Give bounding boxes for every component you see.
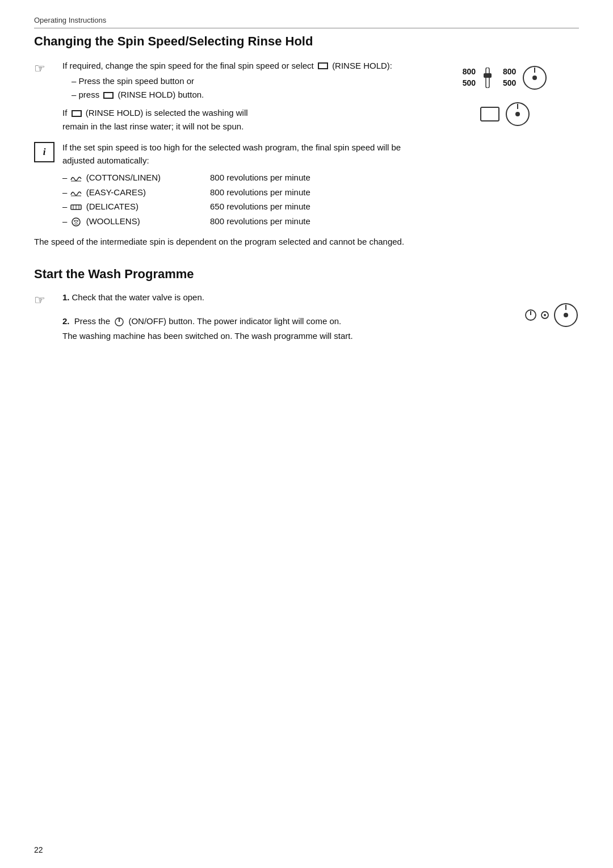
step-1-content: 1.Check that the water valve is open. [62, 291, 420, 304]
start-illustration [524, 302, 579, 328]
dial-icon-3 [553, 302, 579, 328]
step-2-continuation: The washing machine has been switched on… [62, 329, 420, 343]
svg-rect-9 [484, 73, 492, 78]
indicator-dot-icon [540, 311, 549, 320]
on-off-display-icon [524, 309, 537, 321]
speed-item-woollens: – (WOOLLENS) 800 revolutions per minute [62, 214, 420, 229]
step-1-row: ☞ 1.Check that the water valve is open. [34, 291, 420, 311]
svg-text:☞: ☞ [34, 61, 45, 76]
book-icon: ☞ [34, 60, 62, 79]
bullet-1: Press the spin speed button or [68, 74, 420, 88]
info-row: i If the set spin speed is too high for … [34, 141, 420, 229]
slider-icon [481, 68, 494, 88]
info-para: If the set spin speed is too high for th… [62, 141, 420, 167]
svg-point-23 [544, 314, 546, 316]
bottom-note: The speed of the intermediate spin is de… [34, 235, 420, 249]
rinse-hold-box-icon [480, 106, 500, 122]
speed-item-delicates: – (DELICATES) 650 revolutions per minute [62, 199, 420, 214]
on-off-icon [114, 317, 124, 327]
bullet-2: press (RINSE HOLD) button. [68, 88, 420, 102]
note-para-2: If (RINSE HOLD) is selected the washing … [62, 106, 420, 133]
note-row-1: ☞ If required, change the spin speed for… [34, 59, 420, 135]
svg-point-25 [564, 313, 568, 317]
svg-point-15 [515, 112, 520, 116]
speed-item-easy: – (EASY-CARES) 800 revolutions per minut… [62, 185, 420, 200]
start-steps-container: ☞ 1.Check that the water valve is open. … [34, 291, 579, 343]
step-2-row: 2. Press the (ON/OFF) button. The power … [62, 316, 420, 343]
spin-illustrations: 800 500 800 500 [431, 59, 579, 127]
step-2-text: 2. Press the (ON/OFF) button. The power … [62, 316, 420, 327]
spin-section-title: Changing the Spin Speed/Selecting Rinse … [34, 34, 579, 49]
dial-icon-2 [505, 101, 531, 127]
note-para-1: If required, change the spin speed for t… [62, 59, 420, 72]
start-section-title: Start the Wash Programme [34, 267, 579, 282]
book-icon-2: ☞ [34, 292, 62, 311]
page-wrapper: Operating Instructions Changing the Spin… [0, 0, 613, 868]
page-number: 22 [34, 845, 43, 854]
svg-rect-13 [481, 107, 499, 121]
svg-text:☞: ☞ [34, 293, 45, 307]
top-label: Operating Instructions [34, 16, 579, 28]
speed-item-cottons: – (COTTONS/LINEN) 800 revolutions per mi… [62, 170, 420, 185]
note-content-1: If required, change the spin speed for t… [62, 59, 420, 135]
speed-display-1: 800 500 800 500 [463, 65, 548, 91]
dial-icon-1 [522, 65, 548, 91]
svg-point-11 [532, 76, 537, 80]
speed-list: – (COTTONS/LINEN) 800 revolutions per mi… [62, 170, 420, 228]
note-bullets-1: Press the spin speed button or press (RI… [68, 74, 420, 102]
info-icon: i [34, 142, 54, 162]
rinse-hold-display [480, 101, 531, 127]
info-content: If the set spin speed is too high for th… [62, 141, 420, 229]
